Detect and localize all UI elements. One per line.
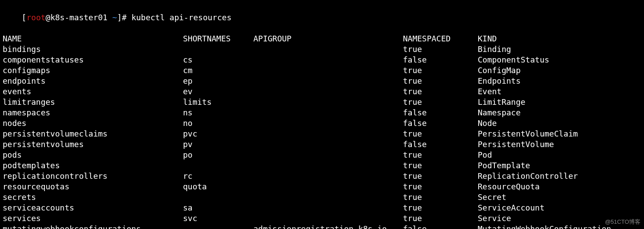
cell-apigroup: [253, 203, 403, 213]
cell-namespaced: false: [403, 139, 478, 150]
cell-name: bindings: [3, 44, 183, 55]
cell-apigroup: [253, 171, 403, 181]
table-row: resourcequotasquotatrueResourceQuota: [3, 181, 641, 192]
table-row: componentstatusescsfalseComponentStatus: [3, 55, 641, 65]
cell-shortnames: cm: [183, 65, 253, 76]
table-row: endpointseptrueEndpoints: [3, 76, 641, 86]
table-row: persistentvolumespvfalsePersistentVolume: [3, 139, 641, 150]
cell-shortnames: svc: [183, 213, 253, 224]
cell-namespaced: true: [403, 76, 478, 86]
cell-name: pods: [3, 150, 183, 160]
prompt-line: [root@k8s-master01 ~]# kubectl api-resou…: [3, 2, 641, 33]
header-shortnames: SHORTNAMES: [183, 33, 253, 44]
cell-namespaced: true: [403, 181, 478, 192]
cell-namespaced: false: [403, 107, 478, 118]
table-header-row: NAME SHORTNAMES APIGROUP NAMESPACED KIND: [3, 33, 641, 44]
cell-shortnames: pvc: [183, 129, 253, 139]
cell-apigroup: [253, 76, 403, 86]
cell-namespaced: true: [403, 203, 478, 213]
cell-shortnames: ep: [183, 76, 253, 86]
cell-namespaced: true: [403, 65, 478, 76]
header-namespaced: NAMESPACED: [403, 33, 478, 44]
header-apigroup: APIGROUP: [253, 33, 403, 44]
cell-name: mutatingwebhookconfigurations: [3, 224, 183, 229]
cell-shortnames: [183, 224, 253, 229]
cell-name: limitranges: [3, 97, 183, 107]
cell-apigroup: [253, 192, 403, 203]
table-row: bindingstrueBinding: [3, 44, 641, 55]
table-row: secretstrueSecret: [3, 192, 641, 203]
cell-apigroup: [253, 97, 403, 107]
cell-namespaced: false: [403, 118, 478, 129]
header-name: NAME: [3, 33, 183, 44]
cell-name: configmaps: [3, 65, 183, 76]
cell-apigroup: [253, 160, 403, 171]
cell-apigroup: [253, 44, 403, 55]
cell-name: secrets: [3, 192, 183, 203]
table-row: mutatingwebhookconfigurationsadmissionre…: [3, 224, 641, 229]
header-kind: KIND: [478, 33, 641, 44]
cell-kind: PersistentVolume: [478, 139, 641, 150]
cell-kind: Secret: [478, 192, 641, 203]
cell-namespaced: true: [403, 160, 478, 171]
table-row: configmapscmtrueConfigMap: [3, 65, 641, 76]
cell-name: events: [3, 86, 183, 97]
cell-shortnames: cs: [183, 55, 253, 65]
table-row: servicessvctrueService: [3, 213, 641, 224]
cell-name: namespaces: [3, 107, 183, 118]
cell-shortnames: [183, 192, 253, 203]
cell-name: persistentvolumeclaims: [3, 129, 183, 139]
terminal-output[interactable]: [root@k8s-master01 ~]# kubectl api-resou…: [3, 2, 641, 229]
cell-kind: ServiceAccount: [478, 203, 641, 213]
cell-name: podtemplates: [3, 160, 183, 171]
cell-shortnames: pv: [183, 139, 253, 150]
cell-name: resourcequotas: [3, 181, 183, 192]
prompt-cwd: ~: [112, 13, 117, 22]
cell-kind: ReplicationController: [478, 171, 641, 181]
cell-name: services: [3, 213, 183, 224]
cell-namespaced: true: [403, 44, 478, 55]
cell-kind: Node: [478, 118, 641, 129]
cell-shortnames: sa: [183, 203, 253, 213]
cell-apigroup: [253, 107, 403, 118]
cell-namespaced: true: [403, 192, 478, 203]
table-row: podspotruePod: [3, 150, 641, 160]
cell-shortnames: ev: [183, 86, 253, 97]
cell-kind: PersistentVolumeClaim: [478, 129, 641, 139]
cell-apigroup: [253, 86, 403, 97]
table-row: serviceaccountssatrueServiceAccount: [3, 203, 641, 213]
cell-kind: Namespace: [478, 107, 641, 118]
cell-namespaced: false: [403, 55, 478, 65]
cell-apigroup: [253, 65, 403, 76]
cell-apigroup: [253, 150, 403, 160]
cell-kind: ConfigMap: [478, 65, 641, 76]
cell-name: nodes: [3, 118, 183, 129]
prompt-close-bracket: ]#: [117, 13, 132, 22]
prompt-host: @k8s-master01: [46, 13, 113, 22]
cell-shortnames: ns: [183, 107, 253, 118]
cell-shortnames: [183, 160, 253, 171]
cell-namespaced: true: [403, 129, 478, 139]
cell-shortnames: limits: [183, 97, 253, 107]
cell-apigroup: [253, 213, 403, 224]
table-row: replicationcontrollersrctrueReplicationC…: [3, 171, 641, 181]
table-row: persistentvolumeclaimspvctruePersistentV…: [3, 129, 641, 139]
cell-apigroup: [253, 55, 403, 65]
cell-apigroup: [253, 181, 403, 192]
cell-apigroup: [253, 118, 403, 129]
cell-kind: Binding: [478, 44, 641, 55]
cell-kind: PodTemplate: [478, 160, 641, 171]
cell-namespaced: true: [403, 150, 478, 160]
cell-shortnames: quota: [183, 181, 253, 192]
prompt-user: root: [26, 13, 45, 22]
table-row: nodesnofalseNode: [3, 118, 641, 129]
cell-namespaced: true: [403, 171, 478, 181]
cell-namespaced: false: [403, 224, 478, 229]
cell-shortnames: rc: [183, 171, 253, 181]
table-body: bindingstrueBindingcomponentstatusescsfa…: [3, 44, 641, 229]
table-row: eventsevtrueEvent: [3, 86, 641, 97]
cell-apigroup: [253, 139, 403, 150]
table-row: namespacesnsfalseNamespace: [3, 107, 641, 118]
cell-shortnames: po: [183, 150, 253, 160]
cell-namespaced: true: [403, 97, 478, 107]
